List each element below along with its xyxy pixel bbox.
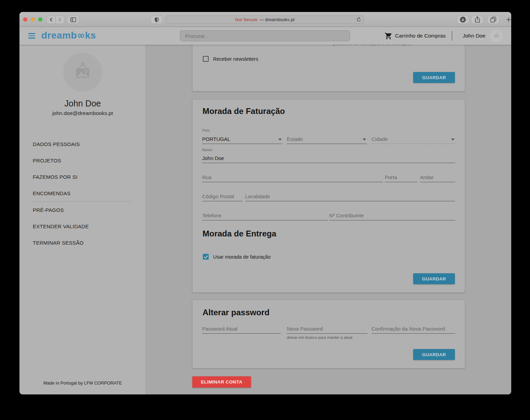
- chevron-down-icon: [278, 139, 282, 141]
- profile-avatar: [63, 53, 102, 92]
- billing-card: Morada de Faturação País PORTUGAL Estado…: [192, 99, 465, 293]
- andar-placeholder: Andar: [420, 174, 434, 180]
- sidebar-item-projetos[interactable]: PROJETOS: [33, 158, 132, 164]
- sidebar-item-fazemos-por-si[interactable]: FAZEMOS POR SI: [33, 174, 132, 181]
- page-content: John Doe john.doe@dreambooks.pt DADOS PE…: [19, 45, 511, 394]
- main-panel: para envio de notificações e comunicaçõe…: [146, 45, 511, 394]
- estado-select[interactable]: Estado: [287, 128, 367, 144]
- browser-chrome: Not Secure — dreambooks.pt: [19, 12, 511, 27]
- url-host: — dreambooks.pt: [260, 17, 295, 22]
- image-placeholder-icon: [71, 61, 94, 84]
- current-password-placeholder: Password Atual: [202, 326, 237, 332]
- site-header: dreamb∞ks Carrinho de Compras John Doe: [19, 27, 511, 45]
- new-tab-button[interactable]: [503, 16, 511, 24]
- save-button[interactable]: GUARDAR: [413, 273, 455, 284]
- save-button[interactable]: GUARDAR: [413, 349, 455, 360]
- sidebar-footer: Made in Portugal by LFM CORPORATE: [19, 380, 146, 386]
- browser-window: Not Secure — dreambooks.pt: [19, 12, 511, 394]
- nome-label: Nome: [202, 148, 212, 152]
- porta-placeholder: Porta: [385, 174, 397, 180]
- sidebar-icon: [70, 17, 76, 22]
- use-billing-checkbox[interactable]: Usar morada de faturação: [203, 254, 270, 260]
- new-password-field[interactable]: Nova Password: [287, 323, 367, 334]
- chevron-down-icon: [451, 139, 455, 141]
- cart-button[interactable]: Carrinho de Compras: [385, 27, 446, 45]
- cart-icon: [385, 32, 392, 40]
- nome-field[interactable]: Nome John Doe: [202, 148, 455, 163]
- save-button[interactable]: GUARDAR: [413, 72, 455, 83]
- avatar: [490, 29, 503, 42]
- tab-overview-button[interactable]: [487, 16, 499, 24]
- password-helper-text: deixar em branco para manter a atual: [287, 335, 352, 339]
- share-icon: [475, 16, 480, 23]
- telefone-field[interactable]: Telefone: [202, 210, 328, 220]
- newsletter-checkbox[interactable]: Receber newsletters: [203, 56, 258, 62]
- pais-label: País: [202, 128, 210, 132]
- password-card: Alterar password Password Atual Nova Pas…: [192, 300, 465, 368]
- user-name-label: John Doe: [463, 33, 485, 39]
- current-password-field[interactable]: Password Atual: [202, 323, 281, 334]
- newsletter-card: para envio de notificações e comunicaçõe…: [192, 45, 465, 91]
- image-placeholder-icon: [493, 32, 500, 39]
- andar-field[interactable]: Andar: [420, 172, 455, 182]
- forward-button[interactable]: [56, 16, 64, 24]
- sidebar-item-extender-validade[interactable]: EXTENDER VALIDADE: [33, 223, 132, 230]
- share-button[interactable]: [471, 16, 483, 24]
- plus-icon: [506, 17, 511, 22]
- sidebar-item-terminar-sessao[interactable]: TERMINAR SESSÃO: [33, 240, 132, 247]
- sidebar-item-encomendas[interactable]: ENCOMENDAS: [33, 190, 132, 197]
- sidebar-item-dados-pessoais[interactable]: DADOS PESSOAIS: [33, 141, 132, 148]
- tabs-icon: [490, 17, 496, 23]
- profile-name: John Doe: [19, 99, 146, 108]
- sidebar-divider: [33, 201, 132, 202]
- logo[interactable]: dreamb∞ks: [41, 30, 96, 41]
- not-secure-label: Not Secure: [235, 17, 257, 22]
- checkbox-checked-icon: [203, 254, 209, 260]
- cidade-select[interactable]: Cidade: [372, 128, 455, 144]
- logo-infinity-glyph: ∞: [77, 30, 85, 41]
- shipping-title: Morada de Entrega: [203, 229, 276, 238]
- shield-icon: [154, 17, 159, 23]
- menu-button[interactable]: [28, 33, 35, 39]
- codigo-postal-field[interactable]: Código Postal: [202, 191, 242, 201]
- checkmark-icon: [204, 255, 208, 259]
- cidade-placeholder: Cidade: [372, 136, 388, 142]
- porta-field[interactable]: Porta: [385, 172, 417, 182]
- reload-button[interactable]: [356, 17, 361, 22]
- billing-title: Morada de Faturação: [203, 106, 285, 116]
- back-button[interactable]: [47, 16, 55, 24]
- pais-select[interactable]: País PORTUGAL: [202, 128, 282, 144]
- codigo-postal-placeholder: Código Postal: [202, 193, 234, 199]
- downloads-button[interactable]: [457, 16, 469, 24]
- search-input[interactable]: [180, 30, 350, 41]
- estado-placeholder: Estado: [287, 136, 303, 142]
- account-sidebar: John Doe john.doe@dreambooks.pt DADOS PE…: [19, 45, 146, 394]
- localidade-field[interactable]: Localidade: [245, 191, 455, 201]
- address-bar[interactable]: Not Secure — dreambooks.pt: [166, 15, 364, 24]
- confirm-password-field[interactable]: Confirmação da Nova Password: [372, 323, 455, 334]
- user-menu[interactable]: John Doe: [463, 27, 503, 45]
- privacy-shield-button[interactable]: [151, 16, 162, 24]
- profile-email: john.doe@dreambooks.pt: [19, 110, 146, 116]
- password-title: Alterar password: [203, 308, 269, 317]
- zoom-window-button[interactable]: [38, 17, 42, 21]
- use-billing-label: Usar morada de faturação: [213, 254, 270, 260]
- minimize-window-button[interactable]: [31, 17, 35, 21]
- telefone-placeholder: Telefone: [202, 213, 222, 218]
- sidebar-item-pre-pagos[interactable]: PRÉ-PAGOS: [33, 207, 132, 214]
- close-window-button[interactable]: [23, 17, 27, 21]
- pais-value: PORTUGAL: [202, 136, 230, 142]
- rua-field[interactable]: Rua: [202, 172, 383, 182]
- cart-label: Carrinho de Compras: [395, 33, 446, 39]
- new-password-placeholder: Nova Password: [287, 326, 323, 332]
- localidade-placeholder: Localidade: [245, 193, 270, 199]
- chevron-left-icon: [50, 17, 53, 22]
- notifications-helper-text: para envio de notificações e comunicaçõe…: [333, 45, 412, 46]
- delete-account-button[interactable]: ELIMINAR CONTA: [192, 376, 251, 388]
- newsletter-checkbox-label: Receber newsletters: [213, 56, 258, 62]
- chevron-right-icon: [58, 17, 61, 22]
- reload-icon: [356, 17, 361, 22]
- sidebar-toggle-button[interactable]: [67, 16, 79, 24]
- nome-value: John Doe: [202, 155, 224, 161]
- contribuinte-field[interactable]: Nº Contribuinte: [329, 210, 455, 220]
